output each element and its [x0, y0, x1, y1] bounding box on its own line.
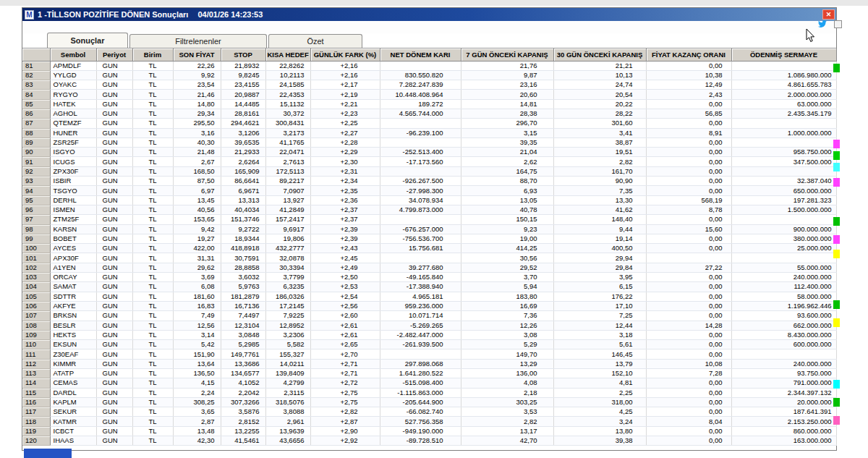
table-row[interactable]: 97ZTM25FGUNTL153,65151,3746157,2417+2,37… — [22, 215, 836, 224]
window-titlebar[interactable]: M 1 -TİLLSON POZİTİFE DÖNEN Sonuçları 04… — [22, 8, 836, 21]
table-row[interactable]: 89ZSR25FGUNTL40,3039,653541,1765+2,2839,… — [22, 137, 836, 147]
cell: QTEMZF — [50, 119, 96, 128]
table-row[interactable]: 116KAPLMGUNTL308,25307,3266318,5076+2,75… — [22, 397, 836, 407]
column-header[interactable]: KISA HEDEF — [265, 48, 310, 61]
cell: -2.482.447.000 — [380, 330, 461, 339]
cell: GUN — [96, 388, 132, 397]
tab-filtrelenenler[interactable]: Filtrelenenler — [129, 34, 267, 48]
cell: 55.000.000 — [731, 263, 836, 272]
cell: 12,44 — [553, 321, 646, 330]
cell: 10,08 — [646, 359, 731, 368]
column-header[interactable]: 30 GÜN ÖNCEKİ KAPANIŞ — [553, 48, 646, 61]
cell: 13,64 — [173, 359, 221, 368]
table-row[interactable]: 90ISGYOGUNTL21,4821,293322,0471+2,29-252… — [22, 148, 836, 157]
column-header[interactable]: GÜNLÜK FARK (%) — [310, 48, 380, 61]
table-row[interactable]: 92ZPX30FGUNTL168,50165,909172,5113+2,311… — [22, 166, 836, 176]
table-row[interactable]: 85HATEKGUNTL14,8014,448515,1132+2,21189.… — [22, 99, 836, 109]
table-row[interactable]: 106AKFYEGUNTL16,8316,713617,2145+2,56959… — [22, 301, 836, 310]
small-box-icon[interactable] — [834, 20, 842, 28]
cell: 21,48 — [173, 148, 221, 157]
table-row[interactable]: 118KATMRGUNTL2,872,81522,961+2,87527.756… — [22, 417, 836, 426]
cell: TL — [132, 157, 173, 166]
cell — [731, 349, 836, 359]
table-row[interactable]: 87QTEMZFGUNTL295,50294,4621300,8431+2,25… — [22, 119, 836, 128]
table-row[interactable]: 105SDTTRGUNTL181,60181,2879186,0326+2,54… — [22, 292, 836, 301]
cell: 0,00 — [646, 426, 731, 436]
cell: +2,30 — [310, 157, 380, 166]
cell: TL — [132, 292, 173, 301]
cell: 3,2173 — [265, 128, 310, 137]
column-header[interactable]: STOP — [221, 48, 265, 61]
table-row[interactable]: 99BOBETGUNTL19,2718,934419,806+2,39-756.… — [22, 234, 836, 243]
table-row[interactable]: 83OYAKCGUNTL23,5423,415524,1585+2,177.28… — [22, 80, 836, 90]
column-header[interactable]: NET DÖNEM KARI — [380, 48, 461, 61]
cell: 900.000.000 — [731, 224, 836, 234]
row-number-cell: 97 — [22, 215, 50, 224]
cell: GUN — [96, 234, 132, 243]
cell: TL — [132, 273, 173, 282]
tab-ozet[interactable]: Özet — [268, 34, 362, 48]
results-table: SembolPeriyotBirimSON FİYATSTOPKISA HEDE… — [22, 48, 837, 446]
cell: 89,2217 — [265, 177, 310, 186]
column-header[interactable]: Periyot — [96, 48, 132, 61]
table-row[interactable]: 86AGHOLGUNTL29,3428,816130,372+2,234.565… — [22, 109, 836, 118]
cell: ZPX30F — [50, 166, 96, 176]
table-row[interactable]: 82YYLGDGUNTL9,929,824510,2113+2,16830.55… — [22, 70, 836, 80]
cell: GUN — [96, 311, 132, 321]
cell: 18,9344 — [221, 234, 265, 243]
cell: A1YEN — [50, 263, 96, 272]
table-row[interactable]: 113ATATPGUNTL136,50134,6577139,8409+2,71… — [22, 369, 836, 378]
cell: 0,00 — [646, 166, 731, 176]
table-row[interactable]: 84RYGYOGUNTL21,4620,988722,4353+2,1910.4… — [22, 90, 836, 99]
column-header[interactable]: 7 GÜN ÖNCEKİ KAPANIŞ — [461, 48, 553, 61]
twitter-bird-icon[interactable] — [816, 19, 829, 30]
cell: SEKUR — [50, 407, 96, 417]
tab-sonuclar[interactable]: Sonuçlar — [47, 33, 128, 48]
column-header[interactable]: FİYAT KAZANÇ ORANI — [646, 48, 731, 61]
table-row[interactable]: 88HUNERGUNTL3,163,12063,2173+2,27-96.239… — [22, 128, 836, 137]
cell: DARDL — [50, 388, 96, 397]
table-row[interactable]: 109HEKTSGUNTL3,143,08483,2306+2,61-2.482… — [22, 330, 836, 339]
table-row[interactable]: 112KIMMRGUNTL13,6413,368614,0211+2,71297… — [22, 359, 836, 368]
table-row[interactable]: 91ICUGSGUNTL2,672,62642,7613+2,30-17.173… — [22, 157, 836, 166]
cell: ISBIR — [50, 177, 96, 186]
row-number-header[interactable] — [22, 48, 50, 61]
table-row[interactable]: 108BESLRGUNTL12,5612,310412,8952+2,61-5.… — [22, 321, 836, 330]
table-row[interactable]: 102A1YENGUNTL29,6228,885830,3394+2,4939.… — [22, 263, 836, 272]
column-header[interactable]: Birim — [132, 48, 173, 61]
table-row[interactable]: 114CEMASGUNTL4,154,10524,2799+2,72-515.0… — [22, 378, 836, 388]
column-header[interactable]: SON FİYAT — [173, 48, 221, 61]
table-row[interactable]: 120IHAASGUNTL42,3041,546143,6656+2,92-89… — [22, 436, 836, 446]
table-row[interactable]: 104SAMATGUNTL6,085,97636,3235+2,53-17.38… — [22, 282, 836, 292]
row-number-cell: 96 — [22, 205, 50, 214]
table-row[interactable]: 101APX30FGUNTL31,3130,759132,0878+2,4530… — [22, 253, 836, 263]
table-row[interactable]: 103ORCAYGUNTL3,693,60323,7799+2,50-49.16… — [22, 273, 836, 282]
table-row[interactable]: 98KARSNGUNTL9,429,27229,6917+2,39-676.25… — [22, 224, 836, 234]
table-row[interactable]: 111Z30EAFGUNTL151,90149,7761155,327+2,70… — [22, 349, 836, 359]
table-row[interactable]: 81APMDLFGUNTL22,2621,893222,8262+2,1621,… — [22, 61, 836, 70]
table-row[interactable]: 95DERHLGUNTL13,4513,31313,927+2,3634.078… — [22, 195, 836, 205]
column-header[interactable]: ÖDENMİŞ SERMAYE — [731, 48, 836, 61]
table-row[interactable]: 96ISMENGUNTL40,5640,403441,2849+2,374.79… — [22, 205, 836, 214]
table-row[interactable]: 115DARDLGUNTL2,242,20422,3115+2,75-1.115… — [22, 388, 836, 397]
cell: 7,36 — [461, 311, 553, 321]
cell: 151,3746 — [221, 215, 265, 224]
table-row[interactable]: 110EKSUNGUNTL5,425,29855,582+2,65-261.93… — [22, 340, 836, 349]
column-header[interactable]: Sembol — [50, 48, 96, 61]
table-row[interactable]: 107BRKSNGUNTL7,497,44977,9225+2,6010.071… — [22, 311, 836, 321]
background-top-band — [0, 0, 868, 6]
cell: TL — [132, 349, 173, 359]
row-number-cell: 111 — [22, 349, 50, 359]
cell: 4,25 — [553, 407, 646, 417]
table-row[interactable]: 93ISBIRGUNTL87,5086,664189,2217+2,34-926… — [22, 177, 836, 186]
cell: IHAAS — [50, 436, 96, 446]
cell: 41,62 — [553, 205, 646, 214]
table-row[interactable]: 94TSGYOGUNTL6,976,96717,0907+2,35-27.998… — [22, 186, 836, 195]
row-number-cell: 115 — [22, 388, 50, 397]
table-row[interactable]: 119ICBCTGUNTL13,4813,225513,9639+2,90-94… — [22, 426, 836, 436]
table-row[interactable]: 117SEKURGUNTL3,653,58763,8088+2,82-66.08… — [22, 407, 836, 417]
cell: +2,90 — [310, 426, 380, 436]
cell: GUN — [96, 253, 132, 263]
table-row[interactable]: 100AYCESGUNTL422,00418,8918432,2777+2,43… — [22, 244, 836, 253]
app-window: M 1 -TİLLSON POZİTİFE DÖNEN Sonuçları 04… — [22, 7, 837, 451]
